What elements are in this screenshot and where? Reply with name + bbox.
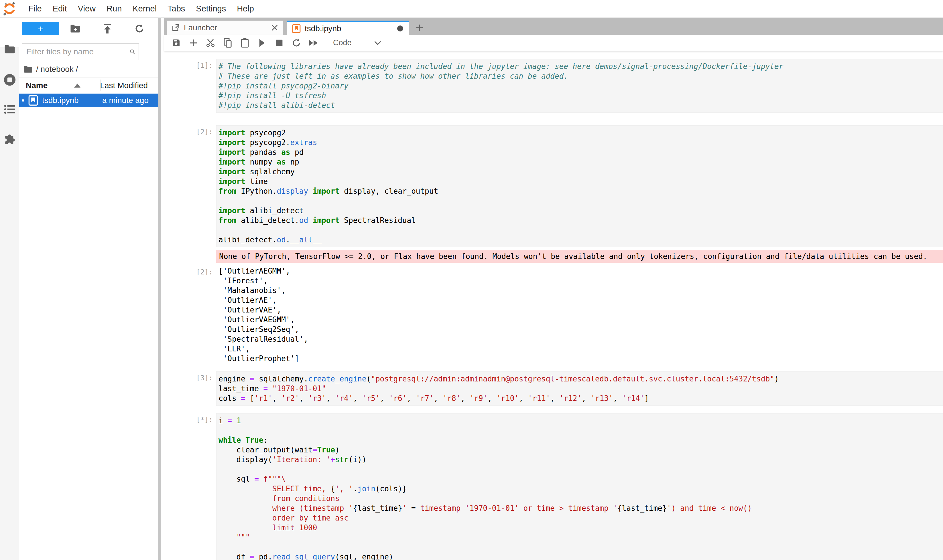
search-icon	[130, 47, 135, 56]
notebook-scroll-area[interactable]: [1]:# The following libraries have alrea…	[164, 51, 943, 560]
cell-type-dropdown[interactable]: Code	[333, 38, 381, 47]
code-line: """	[219, 532, 943, 542]
file-modified: a minute ago	[102, 96, 149, 105]
stderr-output: None of PyTorch, TensorFlow >= 2.0, or F…	[216, 250, 943, 263]
cell-input-area: [1]:# The following libraries have alrea…	[164, 59, 943, 113]
close-tab-icon[interactable]	[271, 24, 278, 31]
cell-output-area: [2]:['OutlierAEGMM', 'IForest', 'Mahalan…	[164, 266, 943, 364]
code-line: import alibi_detect	[219, 206, 943, 215]
notebook-cell: [3]:engine = sqlalchemy.create_engine("p…	[164, 371, 943, 406]
menu-file[interactable]: File	[23, 4, 47, 14]
cell-prompt: [3]:	[164, 371, 216, 406]
code-line: #!pip install psycopg2-binary	[219, 81, 943, 91]
cell-prompt: [1]:	[164, 59, 216, 113]
code-line	[219, 225, 943, 235]
menu-tabs[interactable]: Tabs	[162, 4, 190, 14]
code-editor[interactable]: engine = sqlalchemy.create_engine("postg…	[216, 371, 943, 406]
cell-list: [1]:# The following libraries have alrea…	[164, 59, 943, 560]
output-line: 'OutlierAE',	[219, 295, 943, 305]
output-prompt: [2]:	[164, 266, 216, 364]
cell-prompt: [2]:	[164, 125, 216, 247]
output-line: 'OutlierSeq2Seq',	[219, 325, 943, 334]
stop-icon[interactable]	[274, 37, 284, 49]
paste-cells-icon[interactable]	[240, 37, 250, 49]
output-line: 'OutlierVAE',	[219, 305, 943, 315]
code-line	[219, 465, 943, 474]
menu-bar: File Edit View Run Kernel Tabs Settings …	[0, 0, 943, 18]
file-browser-icon[interactable]	[0, 45, 19, 54]
code-line: import psycopg2	[219, 128, 943, 138]
main-dock-panel: Launcher tsdb.ipynb	[164, 18, 943, 560]
active-sidebar-highlight	[0, 18, 19, 47]
code-line: # The following libraries have already b…	[219, 62, 943, 71]
code-line: clear_output(wait=True)	[219, 445, 943, 455]
tab-label: tsdb.ipynb	[305, 24, 341, 33]
breadcrumb[interactable]: / notebook /	[23, 63, 78, 75]
running-kernels-icon[interactable]	[0, 74, 19, 86]
home-folder-icon	[23, 66, 32, 73]
new-folder-icon[interactable]	[59, 24, 91, 33]
code-editor[interactable]: i = 1 while True: clear_output(wait=True…	[216, 413, 943, 560]
filter-files-input[interactable]	[22, 47, 130, 56]
code-line: SELECT time, {', '.join(cols)}	[219, 484, 943, 494]
code-editor[interactable]: # The following libraries have already b…	[216, 59, 943, 113]
table-of-contents-icon[interactable]	[0, 105, 19, 114]
tab-bar: Launcher tsdb.ipynb	[164, 18, 943, 35]
notebook-file-icon	[292, 24, 301, 34]
column-last-modified[interactable]: Last Modified	[100, 81, 148, 90]
new-tab-button[interactable]	[413, 21, 426, 35]
code-line: #!pip install -U tsfresh	[219, 91, 943, 100]
code-line: import numpy as np	[219, 157, 943, 167]
sort-ascending-icon[interactable]	[74, 83, 80, 88]
file-browser-panel: + / notebook / Name	[19, 18, 161, 560]
output-line: 'OutlierVAEGMM',	[219, 315, 943, 325]
jupyter-logo-icon	[2, 2, 17, 16]
filter-files-box	[22, 43, 139, 60]
cell-type-value: Code	[333, 38, 352, 47]
menu-help[interactable]: Help	[232, 4, 259, 14]
notebook-cell: [*]:i = 1 while True: clear_output(wait=…	[164, 413, 943, 560]
upload-icon[interactable]	[91, 24, 123, 34]
menu-edit[interactable]: Edit	[47, 4, 73, 14]
output-line: 'OutlierProphet']	[219, 354, 943, 363]
code-line: # These are just left in as examples to …	[219, 71, 943, 81]
column-name[interactable]: Name	[26, 81, 48, 90]
file-list-header: Name Last Modified	[19, 78, 158, 93]
code-line: import sqlalchemy	[219, 167, 943, 177]
output-line: 'IForest',	[219, 276, 943, 286]
extensions-icon[interactable]	[0, 134, 19, 146]
code-line: #!pip install alibi-detect	[219, 100, 943, 110]
notebook-toolbar: Code	[164, 35, 943, 51]
output-text: ['OutlierAEGMM', 'IForest', 'Mahalanobis…	[216, 266, 943, 364]
code-line: display('Iteration: '+str(i))	[219, 455, 943, 465]
tab-label: Launcher	[184, 23, 218, 32]
code-line: import time	[219, 177, 943, 186]
restart-kernel-icon[interactable]	[291, 37, 301, 49]
tab-launcher[interactable]: Launcher	[167, 21, 283, 35]
unsaved-changes-dot[interactable]	[397, 25, 403, 31]
cut-cells-icon[interactable]	[205, 37, 216, 49]
menu-run[interactable]: Run	[101, 4, 127, 14]
save-icon[interactable]	[171, 37, 181, 49]
menu-settings[interactable]: Settings	[190, 4, 232, 14]
code-line: from conditions	[219, 494, 943, 503]
refresh-icon[interactable]	[123, 24, 156, 34]
code-line: import pandas as pd	[219, 148, 943, 157]
cell-input-area: [*]:i = 1 while True: clear_output(wait=…	[164, 413, 943, 560]
code-editor[interactable]: import psycopg2import psycopg2.extrasimp…	[216, 125, 943, 247]
code-line: engine = sqlalchemy.create_engine("postg…	[219, 374, 943, 384]
menu-view[interactable]: View	[73, 4, 101, 14]
copy-cells-icon[interactable]	[222, 37, 233, 49]
fast-forward-icon[interactable]	[309, 37, 319, 49]
tab-tsdb-notebook[interactable]: tsdb.ipynb	[287, 21, 409, 35]
output-line: 'LLR',	[219, 344, 943, 354]
activity-bar	[0, 18, 19, 560]
menu-kernel[interactable]: Kernel	[127, 4, 162, 14]
add-cell-icon[interactable]	[188, 37, 198, 49]
new-launcher-button[interactable]: +	[22, 22, 59, 35]
notebook-file-icon	[28, 95, 38, 106]
breadcrumb-path: / notebook /	[36, 65, 78, 74]
code-line: i = 1	[219, 416, 943, 426]
run-icon[interactable]	[257, 37, 267, 49]
file-row-tsdb[interactable]: • tsdb.ipynb a minute ago	[19, 94, 158, 107]
